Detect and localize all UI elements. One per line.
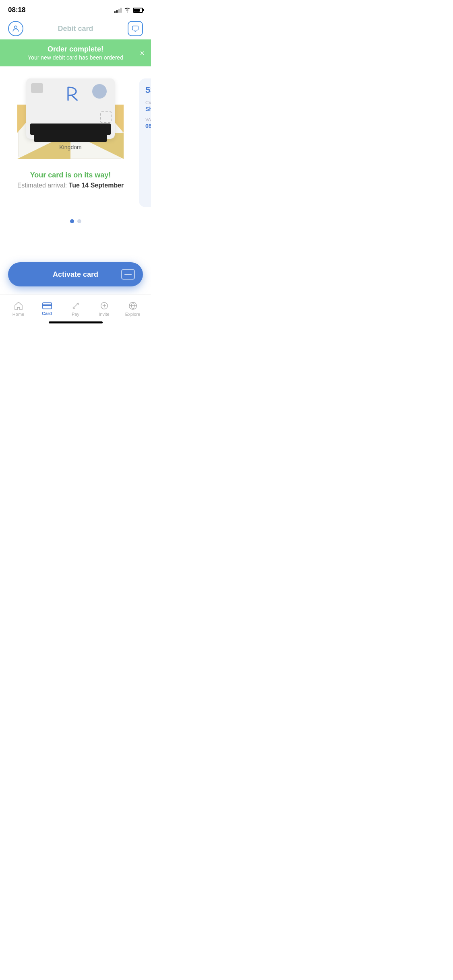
notification-title: Order complete! (48, 45, 103, 54)
svg-point-1 (14, 26, 17, 29)
nav-label-explore: Explore (125, 312, 140, 317)
card-icon (121, 269, 135, 280)
home-icon (14, 301, 23, 310)
envelope-address: Kingdom (34, 133, 107, 151)
address-country: Kingdom (59, 144, 81, 150)
wifi-icon (124, 7, 130, 13)
battery-icon (133, 8, 143, 13)
nav-item-card[interactable]: Card (33, 302, 61, 316)
envelope-slide: Kingdom Your card is on its way! Estimat… (8, 78, 133, 189)
page-title: Debit card (58, 25, 93, 33)
dot-2 (77, 219, 81, 223)
nav-label-card: Card (42, 311, 52, 316)
status-icons (114, 7, 143, 13)
card-stamp (100, 111, 112, 123)
notification-close-button[interactable]: × (140, 48, 145, 58)
invite-icon (99, 301, 109, 310)
activate-card-button[interactable]: Activate card (8, 262, 143, 286)
nav-item-invite[interactable]: Invite (90, 301, 118, 317)
notification-subtitle: Your new debit card has been ordered (28, 54, 123, 61)
pay-icon (71, 301, 81, 310)
address-redacted (34, 133, 107, 142)
carousel: Kingdom Your card is on its way! Estimat… (8, 78, 143, 207)
card-avatar (92, 84, 107, 99)
card-chip (31, 83, 43, 93)
card-number-partial: 535 (145, 85, 151, 95)
carousel-dots (70, 219, 81, 223)
explore-icon (128, 301, 138, 310)
valid-section: VA 08 (145, 117, 151, 129)
nav-item-pay[interactable]: Pay (61, 301, 90, 317)
nav-label-home: Home (12, 312, 24, 317)
svg-point-0 (127, 12, 128, 12)
chat-button[interactable] (128, 21, 143, 36)
activate-btn-container: Activate card (0, 254, 151, 294)
notification-banner: Order complete! Your new debit card has … (0, 39, 151, 66)
nav-item-explore[interactable]: Explore (118, 301, 147, 317)
cvv-section: CV Sh (145, 100, 151, 112)
card-logo (64, 86, 85, 103)
card-details-panel: 535 CV Sh VA 08 (139, 78, 151, 207)
card-arrival: Estimated arrival: Tue 14 September (17, 182, 124, 189)
card-status-text: Your card is on its way! Estimated arriv… (17, 171, 124, 189)
signal-icon (114, 7, 122, 13)
status-time: 08:18 (8, 6, 25, 14)
home-indicator (49, 321, 103, 323)
svg-rect-4 (42, 304, 51, 305)
nav-label-invite: Invite (99, 312, 109, 317)
avatar-button[interactable] (8, 21, 23, 36)
debit-card-illustration (26, 78, 115, 139)
card-status-main: Your card is on its way! (17, 171, 124, 179)
nav-item-home[interactable]: Home (4, 301, 33, 317)
main-content: Kingdom Your card is on its way! Estimat… (0, 66, 151, 223)
nav-label-pay: Pay (72, 312, 79, 317)
status-bar: 08:18 (0, 0, 151, 18)
header: Debit card (0, 18, 151, 39)
envelope-illustration: Kingdom (18, 78, 123, 159)
card-nav-icon (42, 302, 52, 309)
dot-1 (70, 219, 74, 223)
activate-card-label: Activate card (53, 270, 98, 279)
svg-rect-2 (132, 26, 139, 30)
